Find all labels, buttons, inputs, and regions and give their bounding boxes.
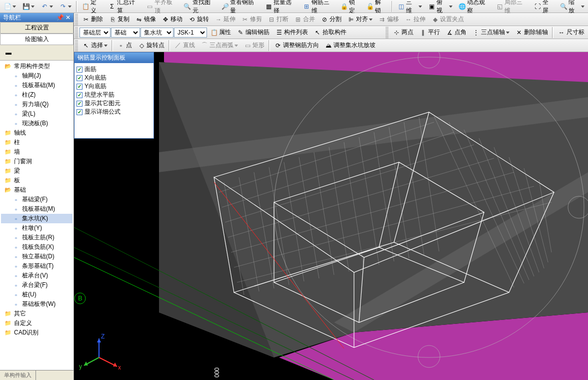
tree-item[interactable]: ▫独立基础(D) bbox=[1, 252, 72, 261]
copy-button[interactable]: ⎘复制 bbox=[106, 14, 132, 25]
delaux-button[interactable]: ✕删除辅轴 bbox=[512, 27, 550, 38]
rotate-button[interactable]: ⟲旋转 bbox=[186, 14, 212, 25]
move-button[interactable]: ✥移动 bbox=[159, 14, 185, 25]
tree-item[interactable]: ▫梁(L) bbox=[1, 109, 72, 119]
type-combo[interactable]: 集水坑 bbox=[140, 28, 174, 38]
arc-button[interactable]: ⌒三点画弧 bbox=[198, 40, 240, 51]
dim-button[interactable]: ↔尺寸标 bbox=[555, 27, 587, 38]
tree-item[interactable]: ▫基础板带(W) bbox=[1, 299, 72, 309]
select-button[interactable]: ↖选择 bbox=[80, 40, 110, 51]
point-button[interactable]: ▫点 bbox=[114, 40, 134, 51]
instance-combo[interactable]: JSK-1 bbox=[174, 28, 207, 38]
topview-button[interactable]: ▣俯视 bbox=[426, 1, 455, 12]
tree-item[interactable]: ▫基础梁(F) bbox=[1, 195, 72, 204]
adjustdir-button[interactable]: ⟳调整钢筋方向 bbox=[272, 40, 322, 51]
sumcalc-button[interactable]: Σ汇总计算 bbox=[106, 1, 142, 12]
tree-item[interactable]: ▫筏板负筋(X) bbox=[1, 242, 72, 252]
3d-viewport[interactable]: 钢筋显示控制面板 ✓面筋✓X向底筋✓Y向底筋✓坑壁水平筋✓显示其它图元✓显示详细… bbox=[74, 52, 588, 380]
tree-folder[interactable]: 📂常用构件类型 bbox=[1, 62, 72, 71]
viewrebar-button[interactable]: 🔎查看钢筋量 bbox=[219, 1, 262, 12]
extend-button[interactable]: →延伸 bbox=[212, 14, 238, 25]
checkbox-row[interactable]: ✓Y向底筋 bbox=[76, 82, 152, 91]
checkbox-row[interactable]: ✓面筋 bbox=[76, 65, 152, 74]
tree-item[interactable]: ▫集水坑(K) bbox=[1, 214, 72, 223]
rotpoint-button[interactable]: ◇旋转点 bbox=[135, 40, 167, 51]
align-button[interactable]: ⊫对齐 bbox=[344, 14, 375, 25]
level-button[interactable]: ▭平齐板顶 bbox=[144, 1, 180, 12]
split-button[interactable]: ⊘分割 bbox=[318, 14, 344, 25]
3d-button[interactable]: ◫三维 bbox=[394, 1, 424, 12]
floor-combo[interactable]: 基础层 bbox=[80, 28, 110, 38]
tree-item[interactable]: ▫筏板基础(M) bbox=[1, 81, 72, 90]
batchsel-button[interactable]: ▦批量选择 bbox=[262, 1, 299, 12]
rect-button[interactable]: ▭矩形 bbox=[241, 40, 267, 51]
tab-project-settings[interactable]: 工程设置 bbox=[0, 22, 74, 34]
tree-item[interactable]: ▫剪力墙(Q) bbox=[1, 100, 72, 109]
tree-folder[interactable]: 📁自定义 bbox=[1, 318, 72, 328]
tree-item[interactable]: ▫柱(Z) bbox=[1, 90, 72, 100]
complist-button[interactable]: ☰构件列表 bbox=[272, 27, 310, 38]
save-button[interactable]: 💾 bbox=[20, 1, 37, 12]
local3d-button[interactable]: ◱局部三维 bbox=[494, 1, 530, 12]
fullscreen-button[interactable]: ⛶全屏 bbox=[532, 1, 556, 12]
pick-button[interactable]: ↖拾取构件 bbox=[311, 27, 349, 38]
tree-item[interactable]: ▫桩承台(V) bbox=[1, 271, 72, 280]
zoom-button[interactable]: 🔍缩放 bbox=[558, 1, 587, 12]
define-button[interactable]: 📋定义 bbox=[80, 1, 104, 12]
find-button[interactable]: 🔍查找图元 bbox=[181, 1, 218, 12]
break-button[interactable]: ⊟打断 bbox=[265, 14, 291, 25]
new-button[interactable]: 📄 bbox=[1, 1, 18, 12]
trim-button[interactable]: ✂修剪 bbox=[238, 14, 264, 25]
bottom-tab[interactable]: 单构件输入 bbox=[0, 370, 36, 380]
tree-folder[interactable]: 📁轴线 bbox=[1, 128, 72, 138]
tree-folder[interactable]: 📁门窗洞 bbox=[1, 157, 72, 166]
orbit-button[interactable]: 🌐动态观察 bbox=[456, 1, 492, 12]
setgrip-button[interactable]: ◆设置夹点 bbox=[428, 14, 466, 25]
tree-item[interactable]: ▫筏板基础(M) bbox=[1, 204, 72, 214]
tree-item[interactable]: ▫筏板主筋(R) bbox=[1, 233, 72, 242]
checkbox-row[interactable]: ✓显示其它图元 bbox=[76, 99, 152, 108]
parallel-button[interactable]: ∥平行 bbox=[416, 27, 442, 38]
tree-item[interactable]: ▫现浇板(B) bbox=[1, 119, 72, 128]
checkbox-row[interactable]: ✓显示详细公式 bbox=[76, 108, 152, 116]
tree-label: 轴线 bbox=[14, 129, 26, 137]
tree-folder[interactable]: 📁CAD识别 bbox=[1, 328, 72, 337]
undo-button[interactable]: ↶ bbox=[38, 1, 56, 12]
nav-tree: 📂常用构件类型▫轴网(J)▫筏板基础(M)▫柱(Z)▫剪力墙(Q)▫梁(L)▫现… bbox=[0, 61, 74, 370]
tree-item[interactable]: ▫承台梁(F) bbox=[1, 280, 72, 290]
rebar3d-button[interactable]: ⊞钢筋三维 bbox=[300, 1, 336, 12]
category-combo[interactable]: 基础 bbox=[111, 28, 140, 38]
pin-icon[interactable]: 📌 ✕ bbox=[56, 14, 70, 21]
unlock-button[interactable]: 🔓解锁 bbox=[364, 1, 389, 12]
sidebar-tool-icon[interactable]: ▬ bbox=[2, 47, 15, 58]
mirror-button[interactable]: ⇋镜像 bbox=[132, 14, 158, 25]
threeaux-button[interactable]: ⋮三点辅轴 bbox=[470, 27, 512, 38]
merge-button[interactable]: ⊞合并 bbox=[292, 14, 318, 25]
tree-folder[interactable]: 📁柱 bbox=[1, 138, 72, 147]
tree-item[interactable]: ▫柱墩(Y) bbox=[1, 223, 72, 233]
tree-folder[interactable]: 📂基础 bbox=[1, 185, 72, 195]
tree-folder[interactable]: 📁其它 bbox=[1, 309, 72, 318]
tree-item[interactable]: ▫轴网(J) bbox=[1, 71, 72, 81]
redo-button[interactable]: ↷ bbox=[56, 1, 74, 12]
tree-label: 柱墩(Y) bbox=[22, 224, 42, 232]
checkbox-row[interactable]: ✓X向底筋 bbox=[76, 74, 152, 82]
lock-button[interactable]: 🔒锁定 bbox=[338, 1, 363, 12]
tree-folder[interactable]: 📁板 bbox=[1, 176, 72, 185]
editrebar-button[interactable]: ✎编辑钢筋 bbox=[234, 27, 272, 38]
twopoint-button[interactable]: ⊹两点 bbox=[390, 27, 416, 38]
pointangle-button[interactable]: ∡点角 bbox=[443, 27, 469, 38]
delete-button[interactable]: ✂删除 bbox=[80, 14, 106, 25]
checkbox-row[interactable]: ✓坑壁水平筋 bbox=[76, 91, 152, 99]
rebar-display-panel[interactable]: 钢筋显示控制面板 ✓面筋✓X向底筋✓Y向底筋✓坑壁水平筋✓显示其它图元✓显示详细… bbox=[74, 52, 154, 139]
props-button[interactable]: 📋属性 bbox=[208, 27, 234, 38]
tree-folder[interactable]: 📁梁 bbox=[1, 166, 72, 176]
tree-item[interactable]: ▫条形基础(T) bbox=[1, 261, 72, 271]
line-button[interactable]: ／直线 bbox=[172, 40, 198, 51]
offset-button[interactable]: ⇉偏移 bbox=[376, 14, 402, 25]
adjustslope-button[interactable]: ⛰调整集水坑放坡 bbox=[322, 40, 378, 51]
tree-folder[interactable]: 📁墙 bbox=[1, 147, 72, 157]
tree-item[interactable]: ▫桩(U) bbox=[1, 290, 72, 299]
tab-draw-input[interactable]: 绘图输入 bbox=[0, 34, 74, 45]
stretch-button[interactable]: ↔拉伸 bbox=[402, 14, 428, 25]
